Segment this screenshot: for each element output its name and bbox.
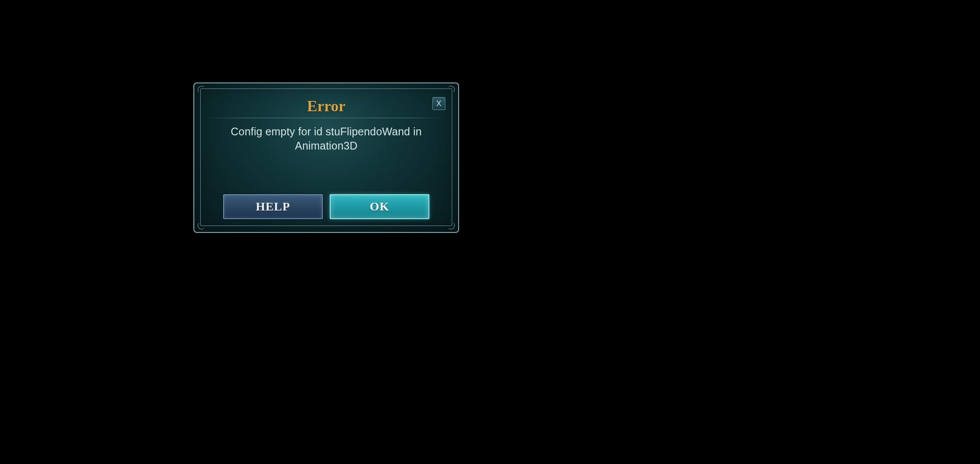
corner-decoration — [198, 222, 205, 229]
dialog-button-row: HELP OK — [194, 194, 458, 219]
dialog-title: Error — [194, 97, 458, 115]
letterbox-bottom — [0, 418, 980, 464]
help-button[interactable]: HELP — [223, 194, 323, 219]
ok-button[interactable]: OK — [330, 194, 429, 219]
dialog-message: Config empty for id stuFlipendoWand in A… — [211, 125, 441, 153]
corner-decoration — [447, 86, 455, 94]
close-button[interactable]: X — [432, 97, 445, 110]
corner-decoration — [447, 222, 455, 229]
corner-decoration — [198, 86, 205, 94]
title-divider — [207, 118, 445, 118]
letterbox-top — [0, 0, 980, 46]
error-dialog: Error X Config empty for id stuFlipendoW… — [193, 82, 459, 233]
